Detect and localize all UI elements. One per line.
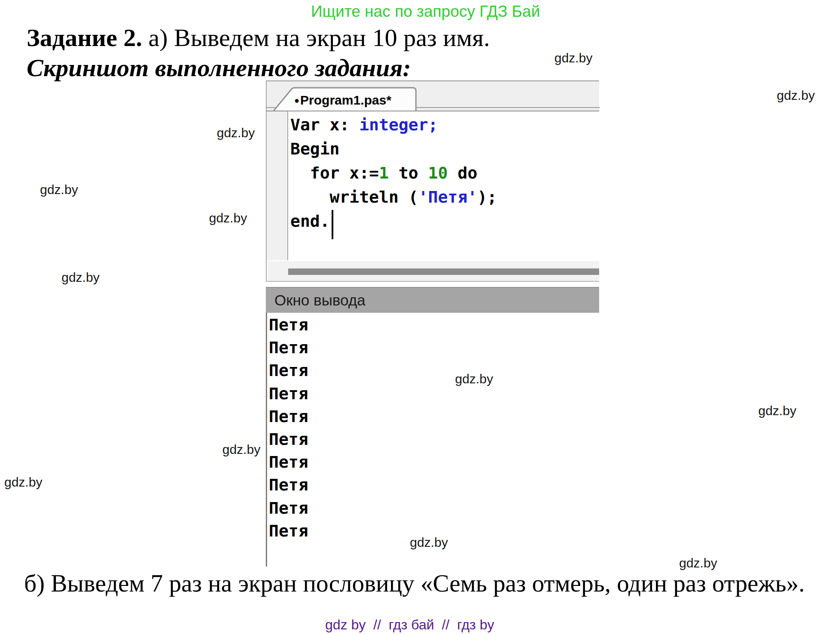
code-token-num: 1 bbox=[379, 163, 389, 182]
code-token-pl bbox=[448, 163, 458, 182]
code-line: end. bbox=[290, 209, 497, 233]
gdzby-watermark: gdz.by bbox=[4, 475, 42, 490]
editor-tab-bar: ●Program1.pas* bbox=[266, 80, 599, 111]
output-line: Петя bbox=[267, 382, 599, 405]
code-line: Begin bbox=[290, 137, 497, 161]
output-line: Петя bbox=[267, 405, 599, 428]
unsaved-dot-icon: ● bbox=[294, 96, 299, 105]
code-line: for x:=1 to 10 do bbox=[290, 161, 497, 185]
editor-gutter bbox=[267, 111, 288, 260]
code-token-kw: for bbox=[310, 163, 340, 182]
horizontal-scrollbar[interactable] bbox=[268, 261, 599, 281]
code-token-pl bbox=[389, 163, 399, 182]
code-token-pl bbox=[418, 163, 428, 182]
code-token-pl: ); bbox=[477, 188, 497, 207]
pascal-ide-screenshot: ●Program1.pas* Var x: integer;Begin for … bbox=[266, 80, 599, 567]
part-b-text: б) Выведем 7 раз на экран пословицу «Сем… bbox=[24, 570, 805, 597]
code-line: writeln ('Петя'); bbox=[290, 185, 497, 209]
code-line: Var x: integer; bbox=[290, 113, 497, 137]
gdzby-watermark: gdz.by bbox=[62, 270, 99, 285]
code-token-typ: integer; bbox=[359, 115, 438, 134]
code-token-pl: x: bbox=[320, 115, 360, 134]
promo-header: Ищите нас по запросу ГДЗ Бай bbox=[311, 3, 540, 21]
horizontal-scrollbar-thumb[interactable] bbox=[288, 268, 599, 275]
gdzby-watermark: gdz.by bbox=[217, 126, 255, 140]
text-caret bbox=[332, 210, 333, 239]
output-line: Петя bbox=[267, 428, 599, 451]
gdzby-watermark: gdz.by bbox=[455, 372, 493, 386]
gdzby-watermark: gdz.by bbox=[209, 211, 247, 225]
screenshot-subtitle: Скриншот выполненного задания: bbox=[27, 54, 411, 82]
gdzby-watermark: gdz.by bbox=[679, 556, 717, 570]
code-token-kw: Begin bbox=[290, 139, 339, 158]
gdzby-watermark: gdz.by bbox=[410, 535, 448, 550]
gdzby-watermark: gdz.by bbox=[40, 182, 78, 197]
output-window: ПетяПетяПетяПетяПетяПетяПетяПетяПетяПетя bbox=[266, 313, 599, 567]
output-line: Петя bbox=[267, 359, 599, 382]
tab-label: ●Program1.pas* bbox=[294, 89, 391, 111]
code-text[interactable]: Var x: integer;Begin for x:=1 to 10 do w… bbox=[290, 113, 497, 233]
code-token-pl bbox=[290, 163, 310, 182]
output-line: Петя bbox=[267, 474, 599, 496]
code-token-str: 'Петя' bbox=[418, 188, 477, 207]
code-token-pl: writeln ( bbox=[290, 188, 418, 207]
task-label: Задание 2. bbox=[27, 24, 142, 52]
code-token-kw: end. bbox=[290, 212, 330, 231]
tab-program1[interactable]: ●Program1.pas* bbox=[272, 86, 418, 111]
task-title: Задание 2. а) Выведем на экран 10 раз им… bbox=[27, 24, 490, 52]
solution-page: Ищите нас по запросу ГДЗ Бай Задание 2. … bbox=[0, 0, 840, 635]
task-text: а) Выведем на экран 10 раз имя. bbox=[142, 24, 490, 52]
output-line: Петя bbox=[267, 451, 599, 474]
tab-filename: Program1.pas* bbox=[300, 93, 391, 107]
output-line: Петя bbox=[267, 314, 599, 336]
gdzby-watermark: gdz.by bbox=[758, 404, 796, 418]
output-window-titlebar: Окно вывода bbox=[266, 287, 599, 313]
code-token-kw: do bbox=[458, 163, 477, 182]
code-token-num: 10 bbox=[428, 163, 448, 182]
footer-branding: gdz by // гдз бай // гдз by bbox=[325, 617, 494, 633]
code-editor[interactable]: Var x: integer;Begin for x:=1 to 10 do w… bbox=[266, 111, 599, 282]
output-line: Петя bbox=[267, 336, 599, 359]
gdzby-watermark: gdz.by bbox=[222, 442, 260, 457]
gdzby-watermark: gdz.by bbox=[554, 51, 592, 65]
code-token-pl: x:= bbox=[339, 163, 379, 182]
code-token-kw: Var bbox=[290, 115, 320, 134]
output-line: Петя bbox=[267, 497, 599, 520]
gdzby-watermark: gdz.by bbox=[777, 88, 815, 103]
output-window-title: Окно вывода bbox=[274, 288, 366, 313]
code-token-kw: to bbox=[399, 163, 418, 182]
